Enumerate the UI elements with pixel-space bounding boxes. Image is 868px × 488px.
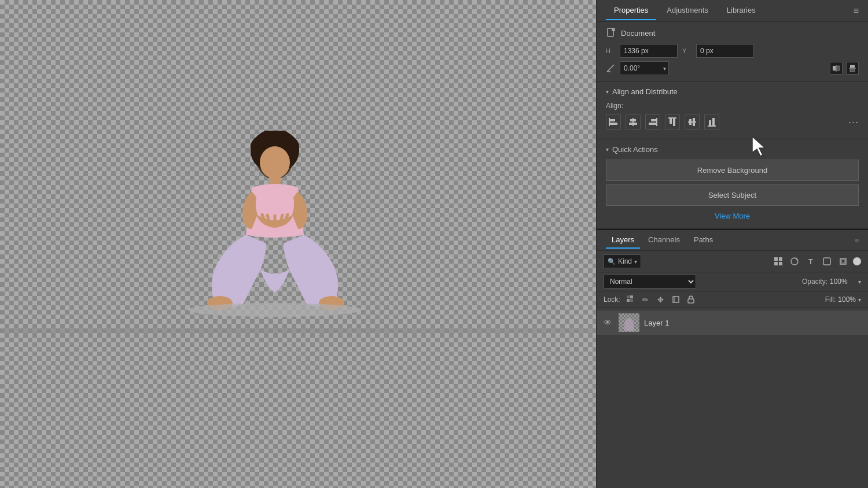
align-chevron-icon: ▾ [606,88,609,95]
align-left-btn[interactable] [606,114,621,130]
svg-rect-33 [712,118,715,126]
align-top-btn[interactable] [665,114,680,130]
quick-actions-title: Quick Actions [612,145,658,154]
select-subject-button[interactable]: Select Subject [606,184,859,206]
align-icons-row: ··· [606,114,859,130]
tab-libraries[interactable]: Libraries [719,1,764,20]
opacity-value[interactable]: 100% [830,278,856,286]
svg-rect-47 [630,299,633,302]
lock-image-btn[interactable]: ✏ [640,294,652,305]
filter-circle-indicator [853,257,861,265]
fill-value[interactable]: 100% [838,295,856,304]
properties-tabs: Properties Adjustments Libraries ≡ [597,0,868,22]
flip-horizontal-btn[interactable] [830,62,843,75]
align-center-v-btn[interactable] [685,114,700,130]
svg-point-4 [260,146,290,179]
tab-adjustments[interactable]: Adjustments [659,1,716,20]
quick-actions-chevron-icon: ▾ [606,146,609,153]
angle-input[interactable] [620,62,661,74]
lock-icons: ✏ ✥ [625,294,697,305]
height-input[interactable] [620,44,678,58]
blend-mode-select[interactable]: Normal Multiply Screen Overlay [604,275,696,289]
layer-filters: 🔍 Kind ▾ [597,251,868,272]
svg-rect-15 [850,69,855,72]
svg-rect-27 [673,118,675,126]
flip-vertical-btn[interactable] [846,62,859,75]
align-distribute-title: Align and Distribute [612,87,678,96]
svg-rect-38 [774,262,778,265]
fill-row: Fill: 100% ▾ [825,295,861,304]
height-row: H Y [606,44,859,58]
layer-name: Layer 1 [644,319,861,327]
layer-thumbnail [619,313,639,332]
right-panel: Properties Adjustments Libraries ≡ Docum… [596,0,868,488]
layers-tabs: Layers Channels Paths ≡ [597,230,868,251]
svg-marker-35 [752,136,765,156]
filter-icons: T [772,255,861,268]
tab-layers[interactable]: Layers [606,232,640,249]
quick-actions-header[interactable]: ▾ Quick Actions [606,145,859,154]
svg-point-8 [188,303,362,317]
lock-artboard-btn[interactable] [670,294,682,305]
document-icon [606,28,616,38]
layer-item[interactable]: 👁 Layer 1 [597,310,868,335]
svg-rect-36 [774,257,778,261]
opacity-dropdown-arrow[interactable]: ▾ [858,279,861,285]
quick-actions-section: ▾ Quick Actions Remove Background Select… [597,139,868,229]
layer-list: 👁 Layer 1 [597,308,868,488]
tab-paths[interactable]: Paths [688,232,719,249]
filter-type-btn[interactable]: T [804,255,817,268]
svg-rect-39 [779,262,782,265]
filter-adjustment-btn[interactable] [788,255,801,268]
filter-pixel-btn[interactable] [772,255,785,268]
properties-content: Document H Y ▾ [597,22,868,229]
document-label: Document [621,29,655,38]
panel-menu-icon[interactable]: ≡ [854,6,859,16]
blend-row: Normal Multiply Screen Overlay Opacity: … [597,272,868,291]
align-right-btn[interactable] [645,114,660,130]
svg-rect-50 [688,299,694,303]
tab-properties[interactable]: Properties [606,1,656,20]
lock-row: Lock: ✏ ✥ [597,291,868,308]
height-label: H [606,47,615,54]
fill-dropdown-arrow[interactable]: ▾ [858,297,861,303]
filter-smart-btn[interactable] [837,255,849,268]
angle-icon [606,64,615,73]
filter-shape-btn[interactable] [821,255,833,268]
y-input[interactable] [696,44,754,58]
view-more-link[interactable]: View More [606,209,859,223]
kind-dropdown-arrow[interactable]: ▾ [634,258,637,265]
lock-position-btn[interactable]: ✥ [655,294,667,305]
tab-channels[interactable]: Channels [642,232,686,249]
angle-dropdown-arrow[interactable]: ▾ [661,65,668,72]
svg-rect-41 [823,258,830,265]
layer-visibility-toggle[interactable]: 👁 [604,318,614,327]
align-distribute-section: ▾ Align and Distribute Align: [597,82,868,139]
svg-rect-11 [833,66,836,71]
svg-rect-24 [649,123,657,125]
canvas-area [0,0,596,488]
kind-label: Kind [618,257,632,265]
layers-menu-icon[interactable]: ≡ [855,236,859,245]
align-distribute-header[interactable]: ▾ Align and Distribute [606,87,859,96]
fill-label: Fill: [825,295,836,304]
angle-input-wrap: ▾ [620,61,669,75]
lock-transparent-btn[interactable] [625,294,637,305]
svg-rect-48 [673,297,679,302]
kind-select[interactable]: 🔍 Kind ▾ [604,254,641,268]
align-bottom-btn[interactable] [704,114,719,130]
cursor-arrow [752,136,770,157]
remove-background-button[interactable]: Remove Background [606,160,859,181]
svg-rect-46 [627,299,630,302]
angle-row: ▾ [606,61,859,75]
document-section: Document H Y ▾ [597,22,868,82]
more-options-btn[interactable]: ··· [848,116,859,128]
svg-rect-12 [837,66,840,71]
svg-rect-14 [850,65,855,68]
document-header: Document [606,28,859,38]
y-label: Y [682,47,692,54]
opacity-row: Opacity: 100% ▾ [802,278,861,286]
lock-all-btn[interactable] [685,294,697,305]
svg-rect-17 [609,119,615,121]
align-center-h-btn[interactable] [626,114,641,130]
